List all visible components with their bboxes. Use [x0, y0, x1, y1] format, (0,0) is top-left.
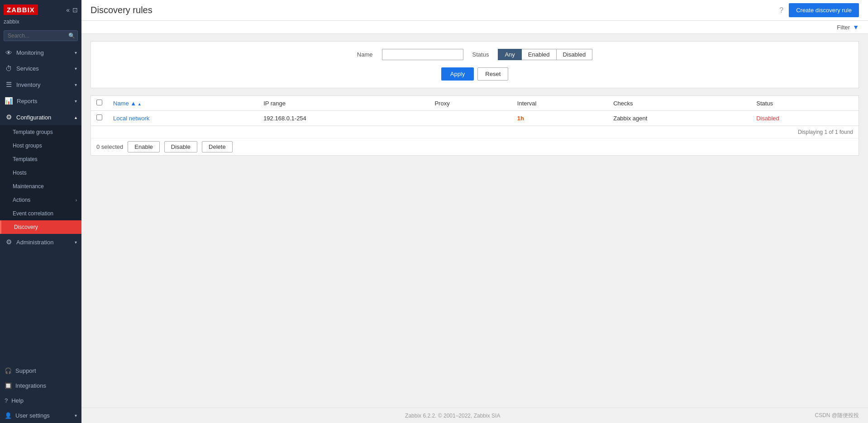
topbar: Discovery rules ? Create discovery rule: [81, 0, 868, 21]
name-filter-input[interactable]: [382, 49, 463, 60]
table-body: Local network 192.168.0.1-254 1h Zabbix …: [91, 111, 858, 126]
col-name[interactable]: Name ▲: [108, 96, 258, 111]
reports-icon: 📊: [5, 97, 13, 105]
sidebar-item-user-settings[interactable]: 👤 User settings ▾: [0, 408, 81, 423]
footer-copyright: Zabbix 6.2.2. © 2001–2022, Zabbix SIA: [405, 413, 500, 419]
reset-button[interactable]: Reset: [477, 67, 508, 81]
integrations-icon: 🔲: [5, 382, 12, 389]
row-name: Local network: [108, 111, 258, 126]
sidebar-item-label: Monitoring: [16, 49, 71, 56]
sub-item-actions[interactable]: Actions ›: [0, 193, 81, 207]
discovery-rules-table-container: Name ▲ IP range Proxy Interval Checks St…: [91, 95, 859, 156]
chevron-down-icon: ▾: [75, 66, 77, 71]
user-settings-icon: 👤: [5, 412, 12, 419]
status-filter-label: Status: [472, 51, 489, 58]
status-any-button[interactable]: Any: [498, 49, 521, 60]
sidebar-item-help[interactable]: ? Help: [0, 393, 81, 408]
filter-actions: Apply Reset: [91, 66, 858, 81]
actions-label: Actions: [13, 197, 30, 203]
row-interval: 1h: [512, 111, 608, 126]
col-checks: Checks: [608, 96, 751, 111]
sidebar-item-reports[interactable]: 📊 Reports ▾: [0, 93, 81, 109]
apply-button[interactable]: Apply: [441, 67, 474, 81]
logo[interactable]: ZABBIX: [4, 5, 38, 15]
monitoring-icon: 👁: [5, 49, 13, 57]
search-icon: 🔍: [68, 33, 75, 39]
sidebar-item-inventory[interactable]: ☰ Inventory ▾: [0, 76, 81, 93]
topbar-right: ? Create discovery rule: [779, 3, 859, 17]
sub-item-templates[interactable]: Templates: [0, 152, 81, 166]
sidebar-item-label: Inventory: [16, 81, 71, 88]
filter-label: Filter: [837, 24, 850, 31]
chevron-down-icon: ▾: [75, 99, 77, 104]
sidebar-item-services[interactable]: ⏱ Services ▾: [0, 61, 81, 76]
sidebar-item-label: Services: [16, 65, 71, 72]
discovery-rules-table: Name ▲ IP range Proxy Interval Checks St…: [91, 96, 858, 126]
row-checkbox[interactable]: [96, 114, 102, 120]
delete-button[interactable]: Delete: [202, 141, 233, 152]
services-icon: ⏱: [5, 65, 13, 72]
selected-count: 0 selected: [96, 143, 123, 150]
select-all-checkbox[interactable]: [96, 100, 102, 105]
configuration-icon: ⚙: [5, 113, 13, 121]
name-filter-label: Name: [357, 51, 373, 58]
inventory-icon: ☰: [5, 81, 13, 89]
chevron-down-icon: ▾: [75, 50, 77, 55]
administration-icon: ⚙: [5, 238, 13, 246]
filter-bar: Filter ▼: [81, 21, 868, 34]
sidebar-item-label: Reports: [17, 98, 71, 105]
select-all-col: [91, 96, 108, 111]
chevron-down-icon: ▾: [75, 82, 77, 87]
user-settings-label: User settings: [15, 412, 50, 419]
filter-icon[interactable]: ▼: [853, 24, 859, 31]
sidebar-header: ZABBIX « ⊡: [0, 0, 81, 18]
table-header: Name ▲ IP range Proxy Interval Checks St…: [91, 96, 858, 111]
col-ip-range: IP range: [258, 96, 429, 111]
main-content: Discovery rules ? Create discovery rule …: [81, 0, 868, 423]
table-row: Local network 192.168.0.1-254 1h Zabbix …: [91, 111, 858, 126]
display-info: Displaying 1 of 1 found: [91, 126, 858, 138]
sidebar-item-monitoring[interactable]: 👁 Monitoring ▾: [0, 45, 81, 61]
chevron-down-icon: ▾: [75, 240, 77, 245]
sub-item-host-groups[interactable]: Host groups: [0, 139, 81, 152]
sub-item-template-groups[interactable]: Template groups: [0, 125, 81, 139]
table-footer: 0 selected Enable Disable Delete: [91, 138, 858, 155]
row-checks: Zabbix agent: [608, 111, 751, 126]
integrations-label: Integrations: [15, 382, 46, 389]
sidebar: ZABBIX « ⊡ zabbix 🔍 👁 Monitoring ▾ ⏱ Ser…: [0, 0, 81, 423]
sidebar-item-administration[interactable]: ⚙ Administration ▾: [0, 234, 81, 250]
collapse-icon[interactable]: «: [66, 6, 70, 14]
footer: Zabbix 6.2.2. © 2001–2022, Zabbix SIA CS…: [81, 408, 868, 423]
status-button-group: Any Enabled Disabled: [498, 49, 592, 60]
username: zabbix: [0, 18, 81, 29]
sidebar-item-integrations[interactable]: 🔲 Integrations: [0, 378, 81, 393]
create-discovery-rule-button[interactable]: Create discovery rule: [789, 3, 859, 17]
configuration-submenu: Template groups Host groups Templates Ho…: [0, 125, 81, 234]
sub-item-discovery[interactable]: Discovery: [0, 220, 81, 234]
support-icon: 🎧: [5, 367, 12, 374]
enable-button[interactable]: Enable: [128, 141, 159, 152]
expand-icon[interactable]: ⊡: [72, 6, 78, 14]
help-label: Help: [11, 397, 24, 404]
col-interval: Interval: [512, 96, 608, 111]
filter-row: Name Status Any Enabled Disabled: [91, 49, 858, 66]
sidebar-item-label: Administration: [16, 239, 71, 246]
row-proxy: [429, 111, 511, 126]
status-enabled-button[interactable]: Enabled: [522, 49, 557, 60]
sub-item-maintenance[interactable]: Maintenance: [0, 180, 81, 193]
chevron-right-icon: ›: [76, 198, 77, 203]
support-label: Support: [15, 367, 36, 374]
help-question-icon[interactable]: ?: [779, 6, 783, 14]
sidebar-item-support[interactable]: 🎧 Support: [0, 363, 81, 378]
status-disabled-button[interactable]: Disabled: [557, 49, 593, 60]
sidebar-item-configuration[interactable]: ⚙ Configuration ▴: [0, 109, 81, 125]
col-proxy: Proxy: [429, 96, 511, 111]
sub-item-event-correlation[interactable]: Event correlation: [0, 207, 81, 220]
search-input[interactable]: [4, 30, 78, 41]
row-ip-range: 192.168.0.1-254: [258, 111, 429, 126]
disable-button[interactable]: Disable: [164, 141, 197, 152]
chevron-down-icon: ▾: [75, 413, 77, 418]
sidebar-controls: « ⊡: [66, 6, 78, 14]
sub-item-hosts[interactable]: Hosts: [0, 166, 81, 180]
row-name-link[interactable]: Local network: [113, 115, 149, 122]
